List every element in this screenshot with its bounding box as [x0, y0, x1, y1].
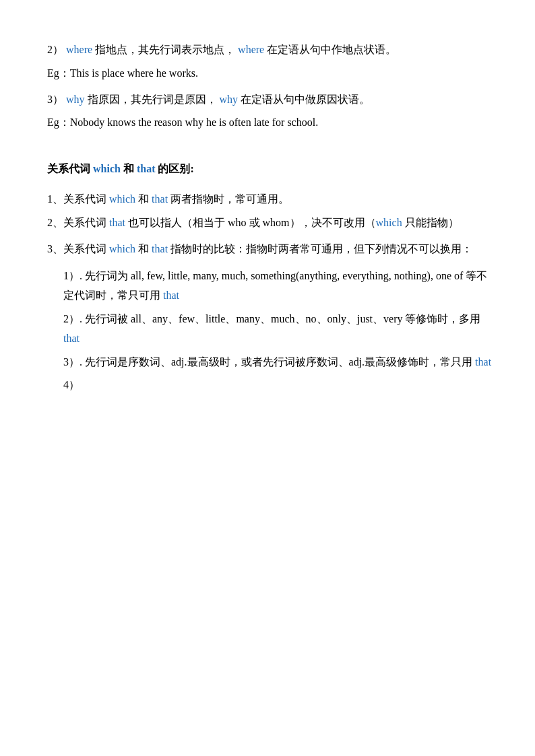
section2-text1: 指地点，其先行词表示地点，	[95, 44, 235, 55]
item3-kw2: that	[152, 243, 168, 254]
section3-keyword1: why	[66, 94, 85, 105]
section-heading: 关系代词 which 和 that 的区别:	[47, 160, 495, 179]
sub-item-1: 1）.先行词为 all, few, little, many, much, so…	[63, 267, 495, 306]
section2-keyword1: where	[66, 44, 92, 55]
gap-spacer	[47, 139, 495, 160]
eg2-prefix: Eg：	[47, 116, 70, 128]
item2-text2: 只能指物）	[402, 217, 459, 228]
section3-keyword2: why	[220, 94, 239, 105]
eg1-prefix: Eg：	[47, 67, 70, 79]
item3: 3、关系代词 which 和 that 指物时的比较：指物时两者常可通用，但下列…	[47, 240, 495, 259]
item1-kw2: that	[152, 193, 168, 205]
section3-label: 3）	[47, 94, 63, 105]
sub2-kw: that	[63, 333, 80, 344]
item2-kw1: that	[109, 217, 125, 228]
sub2-label: 2）.	[63, 313, 82, 324]
item3-text1: 和	[135, 243, 152, 254]
sub2-text1: 先行词被 all、any、few、little、many、much、no、onl…	[85, 313, 481, 324]
item1-text1: 和	[135, 193, 152, 205]
item1-kw1: which	[109, 193, 135, 205]
section-2-where: 2） where 指地点，其先行词表示地点， where 在定语从句中作地点状语…	[47, 40, 495, 60]
eg1-line: Eg：This is place where he works.	[47, 64, 495, 83]
item2: 2、关系代词 that 也可以指人（相当于 who 或 whom），决不可改用（…	[47, 213, 495, 233]
item2-label: 2、关系代词	[47, 217, 109, 228]
sub3-kw: that	[475, 356, 491, 368]
item1-label: 1、关系代词	[47, 193, 109, 205]
section2-text2: 在定语从句中作地点状语。	[267, 44, 396, 55]
item1: 1、关系代词 which 和 that 两者指物时，常可通用。	[47, 190, 495, 209]
heading-text: 关系代词 which 和 that 的区别:	[47, 163, 194, 174]
sub1-kw: that	[163, 289, 179, 301]
eg2-text: Nobody knows the reason why he is often …	[70, 116, 318, 128]
sub3-label: 3）.	[63, 356, 82, 368]
eg2-line: Eg：Nobody knows the reason why he is oft…	[47, 113, 495, 133]
sub3-text1: 先行词是序数词、adj.最高级时，或者先行词被序数词、adj.最高级修饰时，常只…	[85, 356, 475, 368]
item3-kw1: which	[109, 243, 135, 254]
section2-keyword2: where	[238, 44, 264, 55]
sub-item-2: 2）.先行词被 all、any、few、little、many、much、no、…	[63, 310, 495, 349]
eg1-text: This is place where he works.	[70, 67, 198, 79]
item2-kw2: which	[376, 217, 402, 228]
sub-item-3: 3）.先行词是序数词、adj.最高级时，或者先行词被序数词、adj.最高级修饰时…	[63, 353, 495, 372]
item3-label: 3、关系代词	[47, 243, 109, 254]
sub1-label: 1）.	[63, 270, 82, 281]
item3-text2: 指物时的比较：指物时两者常可通用，但下列情况不可以换用：	[168, 243, 472, 254]
section-3-why: 3） why 指原因，其先行词是原因， why 在定语从句中做原因状语。	[47, 90, 495, 110]
item2-text1: 也可以指人（相当于 who 或 whom），决不可改用（	[125, 217, 376, 228]
item1-text2: 两者指物时，常可通用。	[168, 193, 289, 205]
section3-text1: 指原因，其先行词是原因，	[88, 94, 217, 105]
sub-item-4: 4）	[63, 376, 495, 395]
section2-label: 2）	[47, 44, 63, 55]
sub1-text1: 先行词为 all, few, little, many, much, somet…	[63, 270, 487, 301]
section3-text2: 在定语从句中做原因状语。	[241, 94, 370, 105]
sub4-label: 4）	[63, 379, 80, 390]
